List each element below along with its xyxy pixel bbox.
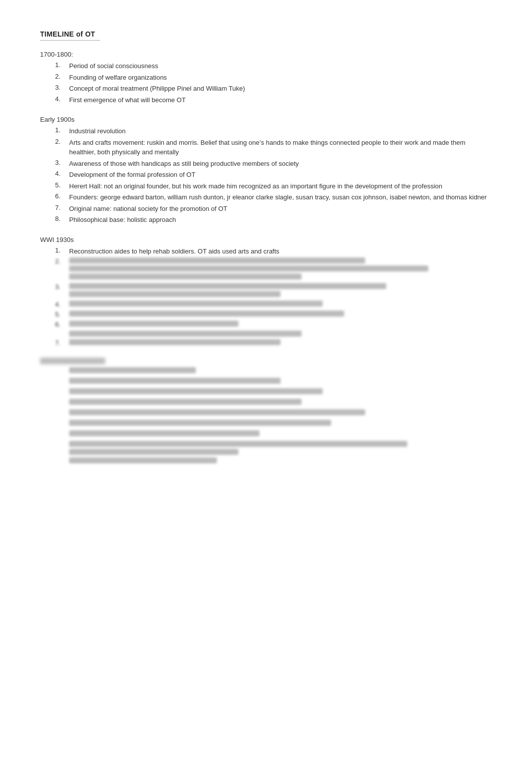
list-item-blurred: 2. [40,257,492,282]
list-num: 6. [55,321,66,328]
list-item-blurred [40,331,492,337]
list-text: Herert Hall: not an original founder, bu… [69,181,492,191]
section-header-wwi: WWI 1930s [40,236,492,243]
list-num [55,399,66,407]
list-item-blurred [40,430,492,438]
list-num [55,367,66,375]
list-num: 2. [55,257,66,265]
section-header-1700: 1700-1800: [40,51,492,58]
list-num: 1. [55,246,66,256]
list-item-blurred [40,457,492,465]
list-item-blurred [40,388,492,396]
list-text: Industrial revolution [69,126,492,136]
list-text: Original name: national society for the … [69,204,492,214]
list-num: 1. [55,126,66,136]
list-num: 3. [55,283,66,291]
list-text: Awareness of those with handicaps as sti… [69,159,492,169]
list-num: 8. [55,215,66,225]
list-item-blurred [40,409,492,417]
list-num [55,331,66,337]
list-num: 7. [55,339,66,347]
list-item-blurred [40,367,492,375]
title-underline [40,40,100,41]
list-text: Philosophical base: holistic approach [69,215,492,225]
list-num: 1. [55,61,66,71]
list-num: 3. [55,159,66,169]
list-num: 4. [55,95,66,105]
list-num: 2. [55,138,66,157]
list-item: 1. Industrial revolution [40,126,492,136]
list-item: 2. Founding of welfare organizations [40,73,492,83]
list-item: 7. Original name: national society for t… [40,204,492,214]
list-text: Reconstruction aides to help rehab soldi… [69,246,492,256]
list-num [55,409,66,417]
list-item: 4. First emergence of what will become O… [40,95,492,105]
list-num: 4. [55,170,66,180]
list-item-blurred: 7. [40,339,492,347]
list-item-blurred [40,420,492,428]
list-num: 5. [55,311,66,318]
section-wwi-1930s: WWI 1930s 1. Reconstruction aides to hel… [40,236,492,347]
list-num: 4. [55,301,66,308]
list-num [55,378,66,386]
section-header-wwii-blurred [40,358,492,364]
section-wwii-1960s-blurred [40,358,492,465]
section-early-1900s: Early 1900s 1. Industrial revolution 2. … [40,116,492,225]
page-title: TIMELINE of OT [40,30,492,38]
list-item: 4. Development of the formal profession … [40,170,492,180]
list-item: 1. Period of social consciousness [40,61,492,71]
list-text: Arts and crafts movement: ruskin and mor… [69,138,492,157]
list-item: 3. Concept of moral treatment (Philippe … [40,84,492,94]
list-num: 5. [55,181,66,191]
list-num: 2. [55,73,66,83]
list-text: Concept of moral treatment (Philippe Pin… [69,84,492,94]
list-item-blurred [40,441,492,455]
list-num: 3. [55,84,66,94]
list-text: Period of social consciousness [69,61,492,71]
section-1700-1800: 1700-1800: 1. Period of social conscious… [40,51,492,105]
list-item: 1. Reconstruction aides to help rehab so… [40,246,492,256]
list-num [55,388,66,396]
list-item-blurred [40,378,492,386]
list-item-blurred [40,399,492,407]
list-text: Founding of welfare organizations [69,73,492,83]
list-item-blurred: 3. [40,283,492,299]
list-num [55,441,66,455]
list-num [55,420,66,428]
section-list-wwi: 1. Reconstruction aides to help rehab so… [40,246,492,347]
list-text: Development of the formal profession of … [69,170,492,180]
list-item: 2. Arts and crafts movement: ruskin and … [40,138,492,157]
list-item: 3. Awareness of those with handicaps as … [40,159,492,169]
list-item: 8. Philosophical base: holistic approach [40,215,492,225]
list-num: 6. [55,192,66,202]
section-header-early1900: Early 1900s [40,116,492,123]
list-item-blurred: 5. [40,311,492,318]
section-list-early1900: 1. Industrial revolution 2. Arts and cra… [40,126,492,225]
list-num: 7. [55,204,66,214]
list-item-blurred: 6. [40,321,492,328]
list-num [55,430,66,438]
list-num [55,457,66,465]
list-text: Founders: george edward barton, william … [69,192,492,202]
list-item: 6. Founders: george edward barton, willi… [40,192,492,202]
list-text: First emergence of what will become OT [69,95,492,105]
section-list-1700: 1. Period of social consciousness 2. Fou… [40,61,492,105]
section-list-wwii-blurred [40,367,492,465]
list-item: 5. Herert Hall: not an original founder,… [40,181,492,191]
list-item-blurred: 4. [40,301,492,308]
